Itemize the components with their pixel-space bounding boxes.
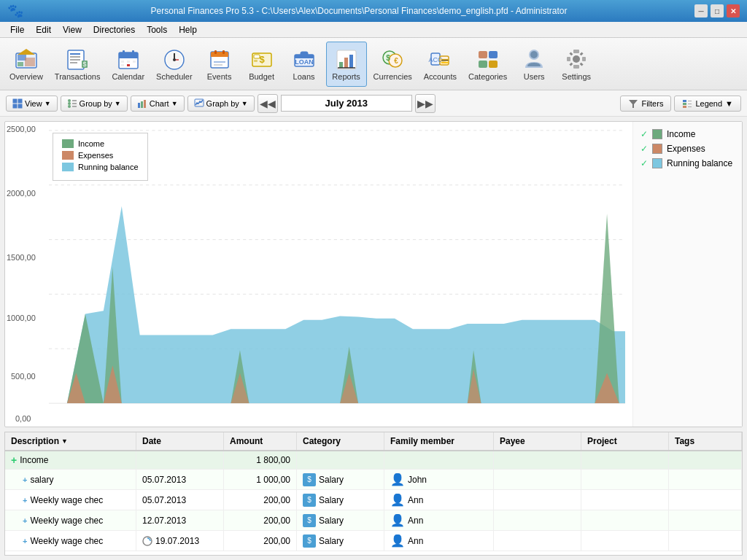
toolbar-budget[interactable]: $ Budget [241, 42, 282, 87]
table-row[interactable]: + Weekly wage chec 12.07.2013 200,00 $ S… [5, 510, 742, 531]
svg-rect-9 [70, 62, 77, 63]
menu-view[interactable]: View [57, 23, 88, 36]
amount-col-label: Amount [230, 436, 263, 446]
table-row[interactable]: + Income 1 800,00 [5, 451, 742, 470]
row-category: $ Salary [297, 470, 384, 489]
toolbar-scheduler[interactable]: Scheduler [151, 42, 198, 87]
toolbar-transactions[interactable]: $ Transactions [50, 42, 106, 87]
toolbar-reports[interactable]: Reports [326, 42, 367, 87]
svg-rect-65 [567, 57, 570, 61]
next-date-button[interactable]: ▶▶ [415, 94, 436, 113]
row-payee [494, 451, 581, 469]
table-row[interactable]: + Weekly wage chec 05.07.2013 200,00 $ S… [5, 490, 742, 510]
toolbar-currencies[interactable]: $ € Currencies [368, 42, 417, 87]
budget-icon: $ [250, 47, 274, 71]
view-button[interactable]: View ▼ [6, 96, 58, 112]
category-text: Salary [319, 475, 344, 485]
expenses-legend-label: Expenses [78, 151, 113, 160]
scheduler-icon [163, 47, 186, 71]
table-row[interactable]: + salary 05.07.2013 1 000,00 $ Salary 👤 … [5, 470, 742, 490]
data-table: Description ▼ Date Amount Category Famil… [4, 432, 743, 556]
toolbar-accounts[interactable]: ACC 💳 Accounts [419, 42, 462, 87]
group-by-label: Group by [80, 99, 112, 108]
filters-label: Filters [641, 99, 663, 108]
svg-rect-79 [144, 100, 146, 108]
svg-text:€: € [394, 57, 398, 65]
toolbar-settings[interactable]: Settings [556, 42, 597, 87]
filters-button[interactable]: Filters [620, 96, 671, 112]
svg-rect-70 [18, 104, 22, 108]
svg-rect-36 [254, 55, 260, 58]
row-amount: 1 000,00 [224, 470, 297, 489]
person-icon: 👤 [390, 493, 405, 507]
y-label-2500: 2500,00 [7, 125, 36, 133]
svg-point-61 [530, 51, 538, 58]
toolbar-overview[interactable]: Overview [4, 42, 48, 87]
expenses-legend-color [62, 151, 74, 160]
svg-rect-85 [688, 101, 692, 101]
row-description: + salary [5, 470, 136, 489]
close-button[interactable]: ✕ [727, 4, 740, 18]
svg-rect-8 [70, 59, 80, 61]
svg-text:$: $ [386, 54, 390, 62]
expand-icon: + [11, 454, 17, 466]
toolbar-users[interactable]: Users [514, 42, 554, 87]
toolbar-events[interactable]: Events [199, 42, 240, 87]
toolbar-loans[interactable]: LOAN Loans [284, 42, 325, 87]
legend-button[interactable]: Legend ▼ [674, 96, 741, 112]
chart-area: Income Expenses Running balance [4, 121, 743, 427]
menu-edit[interactable]: Edit [30, 23, 57, 36]
category-icon: $ [303, 534, 316, 548]
add-icon: + [23, 475, 27, 484]
row-amount: 200,00 [224, 510, 297, 530]
svg-rect-77 [138, 103, 140, 108]
family-member-col-label: Family member [390, 436, 454, 446]
toolbar-calendar[interactable]: Calendar [107, 42, 150, 87]
row-payee [494, 470, 581, 489]
svg-rect-45 [344, 58, 348, 68]
currencies-icon: $ € [381, 47, 404, 71]
category-icon: $ [303, 473, 316, 486]
table-row[interactable]: + Weekly wage chec 19.07.2013 200,00 $ S… [5, 531, 742, 551]
reports-label: Reports [332, 72, 360, 81]
y-label-1000: 1000,00 [7, 314, 36, 322]
prev-date-button[interactable]: ◀◀ [258, 94, 278, 113]
group-by-button[interactable]: Group by ▼ [61, 96, 128, 112]
row-description: + Weekly wage chec [5, 490, 136, 510]
chart-main: Income Expenses Running balance [5, 122, 632, 427]
minimize-button[interactable]: ─ [694, 4, 708, 18]
graph-by-button[interactable]: Graph by ▼ [187, 96, 255, 112]
events-label: Events [207, 72, 232, 81]
menu-file[interactable]: File [4, 23, 30, 36]
row-date: 19.07.2013 [136, 531, 224, 551]
menu-help[interactable]: Help [173, 23, 203, 36]
col-description: Description ▼ [5, 432, 136, 450]
menu-tools[interactable]: Tools [141, 23, 173, 36]
chart-button[interactable]: Chart ▼ [131, 96, 185, 112]
svg-point-62 [573, 55, 580, 63]
expenses-text: Expenses [667, 144, 705, 154]
col-tags: Tags [669, 432, 742, 450]
menu-directories[interactable]: Directories [88, 23, 141, 36]
table-header: Description ▼ Date Amount Category Famil… [5, 432, 742, 451]
family-member-text: Ann [408, 516, 423, 526]
legend-expenses: Expenses [62, 151, 139, 160]
svg-rect-75 [72, 103, 77, 104]
svg-rect-7 [70, 56, 80, 58]
row-family-member: 👤 Ann [384, 510, 494, 530]
overview-label: Overview [9, 72, 43, 81]
row-date [136, 451, 224, 469]
categories-icon [476, 47, 500, 71]
svg-rect-21 [127, 64, 130, 66]
view-label: View [25, 99, 42, 108]
person-icon: 👤 [390, 534, 405, 548]
toolbar-categories[interactable]: Categories [463, 42, 512, 87]
maximize-button[interactable]: □ [711, 4, 724, 18]
family-member-text: John [408, 475, 427, 485]
svg-rect-63 [573, 50, 579, 53]
person-icon: 👤 [390, 472, 405, 486]
legend-running-balance: Running balance [62, 163, 139, 171]
group-by-icon [67, 98, 77, 109]
row-tags [669, 451, 742, 469]
row-category [297, 451, 384, 469]
